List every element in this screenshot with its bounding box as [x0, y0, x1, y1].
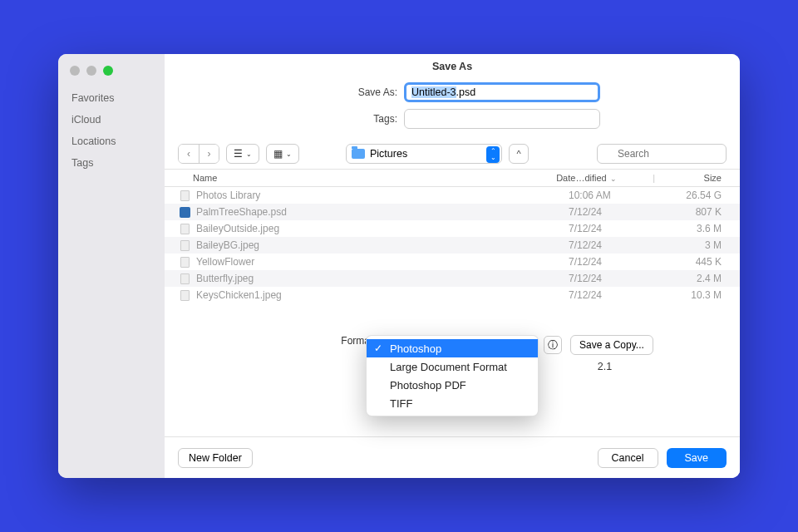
grid-view-button[interactable]: ▦ ⌄ — [266, 144, 299, 164]
save-button[interactable]: Save — [667, 448, 727, 468]
col-size[interactable]: Size — [660, 173, 727, 183]
file-row[interactable]: BaileyBG.jpeg7/12/243 M — [165, 237, 740, 254]
column-headers: Name Date…dified ⌄ | Size — [165, 170, 740, 187]
folder-icon — [352, 149, 365, 159]
search-input[interactable] — [597, 144, 727, 164]
col-date[interactable]: Date…dified — [556, 173, 607, 183]
file-name: KeysChicken1.jpeg — [196, 289, 569, 301]
file-name: BaileyBG.jpeg — [196, 239, 569, 251]
file-row[interactable]: PalmTreeShape.psd7/12/24807 K — [165, 204, 740, 220]
location-selector[interactable]: Pictures ⌃⌄ — [346, 144, 502, 164]
file-size: 10.3 M — [660, 289, 727, 301]
cancel-button[interactable]: Cancel — [598, 448, 658, 468]
generic-icon — [178, 256, 191, 268]
format-dropdown[interactable]: PhotoshopLarge Document FormatPhotoshop … — [366, 335, 539, 416]
saveas-label: Save As: — [206, 86, 397, 98]
format-option[interactable]: Photoshop — [367, 339, 538, 357]
file-size: 3 M — [660, 239, 727, 251]
save-a-copy-button[interactable]: Save a Copy... — [570, 335, 653, 355]
close-icon[interactable] — [70, 66, 80, 76]
file-date: 10:06 AM — [569, 190, 660, 201]
sidebar-item[interactable]: Locations — [58, 131, 165, 152]
file-row[interactable]: KeysChicken1.jpeg7/12/2410.3 M — [165, 287, 740, 303]
generic-icon — [178, 289, 191, 301]
file-name: YellowFlower — [196, 256, 569, 268]
saveas-input[interactable] — [404, 82, 600, 102]
generic-icon — [178, 273, 191, 284]
sidebar-item[interactable]: Tags — [58, 152, 165, 174]
nav-back-button[interactable]: ‹ — [179, 145, 199, 163]
format-option[interactable]: TIFF — [367, 394, 538, 412]
new-folder-button[interactable]: New Folder — [178, 448, 253, 468]
nav-back-forward: ‹ › — [178, 144, 219, 164]
photos-icon — [178, 190, 191, 201]
dialog-footer: New Folder Cancel Save — [165, 436, 740, 478]
format-info-button[interactable]: ⓘ — [544, 336, 562, 354]
collapse-button[interactable]: ^ — [509, 144, 529, 164]
file-size: 807 K — [660, 206, 727, 218]
location-label: Pictures — [370, 148, 407, 160]
nav-forward-button[interactable]: › — [199, 145, 219, 163]
tags-label: Tags: — [206, 113, 397, 125]
sidebar-item[interactable]: iCloud — [58, 109, 165, 131]
file-row[interactable]: Photos Library10:06 AM26.54 G — [165, 187, 740, 204]
file-name: Photos Library — [196, 190, 569, 201]
format-option[interactable]: Photoshop PDF — [367, 376, 538, 394]
file-list: Photos Library10:06 AM26.54 GPalmTreeSha… — [165, 187, 740, 303]
maximize-icon[interactable] — [103, 66, 113, 76]
sort-desc-icon: ⌄ — [608, 175, 618, 183]
generic-icon — [178, 239, 191, 251]
file-date: 7/12/24 — [569, 256, 660, 268]
minimize-icon[interactable] — [86, 66, 96, 76]
generic-icon — [178, 223, 191, 234]
file-date: 7/12/24 — [569, 239, 660, 251]
file-size: 2.4 M — [660, 273, 727, 284]
format-label: Forma — [210, 335, 370, 347]
save-as-dialog: FavoritesiCloudLocationsTags Save As Sav… — [58, 54, 740, 478]
file-row[interactable]: BaileyOutside.jpeg7/12/243.6 M — [165, 220, 740, 237]
dialog-title: Save As — [165, 54, 740, 79]
sidebar-item[interactable]: Favorites — [58, 87, 165, 109]
file-size: 26.54 G — [660, 190, 727, 201]
file-date: 7/12/24 — [569, 206, 660, 218]
file-date: 7/12/24 — [569, 223, 660, 234]
format-right-controls: ⓘ Save a Copy... — [544, 335, 653, 355]
chevron-updown-icon: ⌃⌄ — [486, 146, 500, 163]
file-name: BaileyOutside.jpeg — [196, 223, 569, 234]
list-view-button[interactable]: ☰ ⌄ — [226, 144, 259, 164]
file-name: PalmTreeShape.psd — [196, 206, 569, 218]
file-row[interactable]: YellowFlower7/12/24445 K — [165, 254, 740, 270]
file-date: 7/12/24 — [569, 289, 660, 301]
file-name: Butterfly.jpeg — [196, 273, 569, 284]
psd-icon — [178, 206, 191, 218]
col-name[interactable]: Name — [193, 173, 556, 183]
window-traffic-lights — [58, 62, 165, 87]
file-size: 3.6 M — [660, 223, 727, 234]
sidebar: FavoritesiCloudLocationsTags — [58, 54, 165, 478]
file-size: 445 K — [660, 256, 727, 268]
file-row[interactable]: Butterfly.jpeg7/12/242.4 M — [165, 270, 740, 287]
file-date: 7/12/24 — [569, 273, 660, 284]
embed-label-suffix: 2.1 — [598, 361, 612, 372]
format-option[interactable]: Large Document Format — [367, 357, 538, 376]
tags-input[interactable] — [404, 109, 600, 129]
browser-toolbar: ‹ › ☰ ⌄ ▦ ⌄ Pictures ⌃⌄ ^ — [165, 144, 740, 169]
